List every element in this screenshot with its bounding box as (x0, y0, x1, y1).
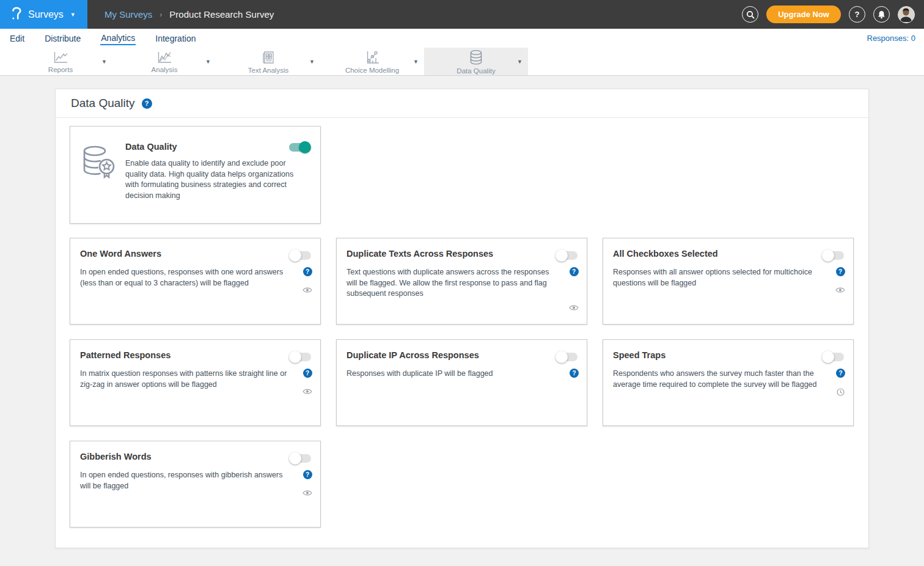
card-all-checkboxes-selected: All Checkboxes Selected Responses with a… (603, 238, 854, 325)
breadcrumb: My Surveys › Product Research Survey (105, 9, 274, 20)
card-speed-traps: Speed Traps Respondents who answers the … (603, 339, 854, 426)
breadcrumb-current-survey: Product Research Survey (169, 9, 274, 20)
card-title: Gibberish Words (80, 452, 310, 461)
panel-body: Data Quality Enable data quality to iden… (56, 118, 868, 527)
chevron-down-icon[interactable]: ▼ (101, 59, 107, 65)
multi-line-chart-icon (156, 51, 172, 64)
eye-preview-icon[interactable] (302, 287, 312, 293)
upgrade-now-button[interactable]: Upgrade Now (766, 6, 841, 23)
help-icon[interactable]: ? (570, 369, 579, 378)
clock-icon[interactable] (837, 388, 845, 396)
page-title: Data Quality (71, 97, 135, 110)
panel-header: Data Quality ? (56, 89, 868, 118)
card-title: Duplicate Texts Across Responses (346, 249, 577, 259)
card-title: Data Quality (125, 142, 306, 152)
line-chart-icon (53, 51, 68, 64)
survey-section-nav: Edit Distribute Analytics Integration Re… (0, 29, 924, 48)
card-title: One Word Answers (80, 249, 310, 259)
card-description: Responses with duplicate IP will be flag… (346, 369, 557, 380)
help-icon[interactable]: ? (303, 369, 312, 378)
chevron-down-icon[interactable]: ▼ (517, 59, 522, 65)
card-duplicate-ip: Duplicate IP Across Responses Responses … (336, 339, 587, 426)
nav-item-integration[interactable]: Integration (155, 32, 196, 45)
eye-preview-icon[interactable] (302, 490, 312, 496)
help-button[interactable]: ? (849, 6, 865, 23)
speed-traps-toggle[interactable] (823, 353, 844, 361)
chevron-down-icon[interactable]: ▼ (309, 59, 315, 65)
card-title: Patterned Responses (80, 350, 310, 360)
eye-preview-icon[interactable] (835, 287, 845, 293)
card-data-quality-master: Data Quality Enable data quality to iden… (70, 126, 321, 224)
responses-count: Responses: 0 (867, 34, 916, 43)
card-title: Duplicate IP Across Responses (346, 350, 577, 360)
notifications-button[interactable] (873, 6, 890, 23)
data-quality-toggle[interactable] (289, 143, 310, 152)
top-header-bar: Surveys ▼ My Surveys › Product Research … (0, 0, 924, 29)
card-one-word-answers: One Word Answers In open ended questions… (70, 238, 321, 325)
eye-preview-icon[interactable] (569, 304, 579, 311)
search-button[interactable] (742, 6, 758, 23)
chevron-down-icon[interactable]: ▼ (205, 59, 211, 65)
header-actions: Upgrade Now ? (742, 6, 924, 23)
help-icon[interactable]: ? (303, 267, 312, 276)
breadcrumb-separator-icon: › (160, 10, 162, 19)
card-patterned-responses: Patterned Responses In matrix question r… (70, 339, 321, 426)
eye-preview-icon[interactable] (302, 388, 312, 395)
help-icon[interactable]: ? (836, 267, 845, 276)
data-quality-panel: Data Quality ? Data Quality Enable data (55, 89, 869, 548)
tab-data-quality[interactable]: Data Quality ▼ (424, 48, 528, 75)
card-gibberish-words: Gibberish Words In open ended questions,… (70, 441, 321, 527)
gibberish-words-toggle[interactable] (290, 454, 311, 463)
page-help-icon[interactable]: ? (142, 98, 152, 109)
duplicate-texts-toggle[interactable] (557, 251, 578, 260)
card-title: All Checkboxes Selected (613, 249, 843, 259)
tab-choice-modelling[interactable]: Choice Modelling ▼ (320, 48, 424, 75)
nav-item-analytics[interactable]: Analytics (100, 32, 136, 45)
product-switcher[interactable]: Surveys ▼ (0, 0, 87, 29)
chevron-down-icon: ▼ (70, 12, 76, 18)
help-icon[interactable]: ? (836, 369, 845, 378)
duplicate-ip-toggle[interactable] (557, 353, 578, 361)
search-icon (746, 10, 755, 19)
card-description: Responses with all answer options select… (613, 267, 823, 289)
card-description: Respondents who answers the survey much … (613, 369, 823, 390)
rules-grid: One Word Answers In open ended questions… (70, 238, 858, 527)
database-icon (469, 50, 483, 65)
breadcrumb-my-surveys[interactable]: My Surveys (105, 9, 152, 20)
document-grid-icon (261, 50, 276, 65)
card-description: Text questions with duplicate answers ac… (346, 267, 557, 300)
tab-analysis[interactable]: Analysis ▼ (112, 48, 216, 75)
database-award-icon (81, 144, 116, 183)
card-duplicate-texts: Duplicate Texts Across Responses Text qu… (336, 238, 587, 325)
nav-item-distribute[interactable]: Distribute (44, 32, 81, 45)
analytics-toolbar: Reports ▼ Analysis ▼ Text Analysis ▼ (0, 48, 924, 76)
tab-text-analysis[interactable]: Text Analysis ▼ (216, 48, 320, 75)
patterned-responses-toggle[interactable] (290, 353, 311, 361)
chevron-down-icon[interactable]: ▼ (413, 59, 419, 65)
nav-item-edit[interactable]: Edit (9, 32, 25, 45)
scatter-chart-icon (364, 50, 380, 65)
all-checkboxes-toggle[interactable] (823, 251, 844, 260)
questionpro-logo-icon (10, 6, 23, 23)
one-word-answers-toggle[interactable] (290, 251, 311, 260)
help-icon[interactable]: ? (570, 267, 579, 276)
app-name: Surveys (28, 9, 64, 20)
card-description: In matrix question responses with patter… (80, 369, 290, 390)
card-description: Enable data quality to identify and excl… (125, 158, 306, 201)
user-avatar[interactable] (898, 6, 915, 23)
card-description: In open ended questions, responses with … (80, 470, 290, 491)
question-mark-icon: ? (855, 10, 860, 19)
card-title: Speed Traps (613, 350, 843, 360)
bell-icon (878, 10, 886, 19)
help-icon[interactable]: ? (303, 470, 312, 479)
card-description: In open ended questions, responses with … (80, 267, 290, 289)
tab-reports[interactable]: Reports ▼ (9, 48, 112, 75)
